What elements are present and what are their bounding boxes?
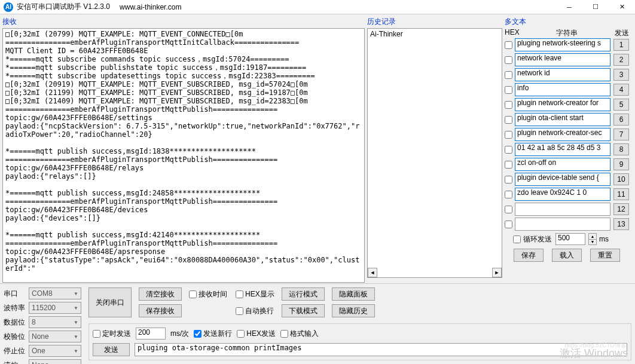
multi-row: network id3	[505, 68, 629, 81]
multi-send-button[interactable]: 4	[613, 84, 629, 96]
multi-text-input[interactable]: info	[515, 83, 610, 96]
multi-send-button[interactable]: 10	[613, 173, 629, 185]
multi-send-button[interactable]: 8	[613, 143, 629, 155]
multi-hex-checkbox[interactable]	[505, 86, 512, 94]
recv-time-checkbox[interactable]	[189, 290, 197, 298]
multi-row: 12	[505, 203, 629, 216]
multi-hex-checkbox[interactable]	[505, 146, 512, 154]
timed-interval-input[interactable]: 200	[136, 328, 166, 339]
multi-hex-checkbox[interactable]	[505, 71, 512, 79]
send-header: 发送	[611, 28, 629, 38]
multi-send-button[interactable]: 6	[613, 114, 629, 126]
multi-row: zcl on-off on9	[505, 158, 629, 171]
multi-text-input[interactable]: plugin device-table send {	[515, 173, 610, 186]
serial-port-select[interactable]: COM8▼	[29, 287, 81, 299]
multi-row: 13	[505, 218, 629, 231]
multi-hex-checkbox[interactable]	[505, 116, 512, 124]
multi-hex-checkbox[interactable]	[505, 131, 512, 139]
multi-text-input[interactable]	[515, 218, 610, 231]
multi-text-input[interactable]	[515, 203, 610, 216]
history-list[interactable]: Ai-Thinker ◄ ►	[367, 28, 502, 278]
serial-label: 串口	[4, 289, 29, 299]
multi-hex-checkbox[interactable]	[505, 176, 512, 183]
multi-hex-checkbox[interactable]	[505, 221, 512, 228]
databits-select[interactable]: 8▼	[29, 316, 81, 328]
multi-row: plugin ota-client start6	[505, 113, 629, 126]
multi-text-input[interactable]: network leave	[515, 53, 610, 66]
multi-send-button[interactable]: 1	[613, 39, 629, 51]
multi-row: 01 42 a1 a8 5c 28 45 d5 38	[505, 143, 629, 156]
close-port-button[interactable]: 关闭串口	[88, 287, 132, 317]
scroll-right-icon[interactable]: ►	[492, 268, 502, 277]
multi-hex-checkbox[interactable]	[505, 41, 512, 49]
multi-text-input[interactable]: plugin network-creator-sec	[515, 128, 610, 141]
multi-hex-checkbox[interactable]	[505, 191, 512, 198]
multi-row: pluging network-steering s1	[505, 38, 629, 51]
multi-text-input[interactable]: pluging network-steering s	[515, 38, 610, 51]
multi-hex-checkbox[interactable]	[505, 56, 512, 64]
minimize-button[interactable]: ─	[556, 0, 582, 14]
string-header: 字符串	[523, 28, 611, 38]
loop-send-checkbox[interactable]	[513, 235, 521, 243]
clear-recv-button[interactable]: 清空接收	[139, 287, 182, 301]
baud-select[interactable]: 115200▼	[29, 302, 81, 314]
format-input-checkbox[interactable]	[280, 330, 288, 338]
multi-hex-checkbox[interactable]	[505, 161, 512, 169]
flow-label: 流控	[4, 360, 29, 365]
hide-panel-button[interactable]: 隐藏面板	[332, 287, 375, 301]
load-button[interactable]: 载入	[552, 249, 582, 262]
baud-label: 波特率	[4, 303, 29, 313]
multi-text-input[interactable]: plugin ota-client start	[515, 113, 610, 126]
multi-row: info4	[505, 83, 629, 96]
multi-send-button[interactable]: 13	[613, 218, 629, 230]
loop-interval-input[interactable]: 500	[555, 233, 585, 245]
multi-text-input[interactable]: network id	[515, 68, 610, 81]
download-mode-button[interactable]: 下载模式	[282, 304, 325, 317]
multi-text-input[interactable]: 01 42 a1 a8 5c 28 45 d5 3	[515, 143, 610, 156]
parity-select[interactable]: None▼	[29, 331, 81, 342]
history-label: 历史记录	[367, 17, 502, 27]
send-newline-checkbox[interactable]	[194, 330, 202, 338]
databits-label: 数据位	[4, 317, 29, 328]
window-title: 安信可串口调试助手 V1.2.3.0	[17, 2, 110, 12]
run-mode-button[interactable]: 运行模式	[282, 287, 325, 301]
multi-text-input[interactable]: zcl on-off on	[515, 158, 610, 171]
multi-send-button[interactable]: 5	[613, 99, 629, 111]
maximize-button[interactable]: ☐	[582, 0, 609, 14]
receive-textarea[interactable]: □[0;32mI (20799) MQTT_EXAMPLE: MQTT_EVEN…	[2, 28, 365, 283]
multi-send-button[interactable]: 12	[613, 203, 629, 215]
multi-row: network leave2	[505, 53, 629, 66]
titlebar: AI 安信可串口调试助手 V1.2.3.0 www.ai-thinker.com…	[0, 0, 635, 14]
multi-row: plugin network-creator-sec7	[505, 128, 629, 141]
multi-row: plugin network-creator for5	[505, 98, 629, 111]
reset-button[interactable]: 重置	[590, 249, 620, 262]
hex-send-checkbox[interactable]	[237, 330, 245, 338]
hex-disp-checkbox[interactable]	[236, 290, 243, 298]
multi-send-button[interactable]: 11	[613, 188, 629, 200]
save-button[interactable]: 保存	[514, 249, 544, 262]
stopbits-select[interactable]: One▼	[29, 345, 81, 357]
multi-send-button[interactable]: 3	[613, 69, 629, 81]
history-item[interactable]: Ai-Thinker	[370, 30, 499, 38]
multi-send-button[interactable]: 2	[613, 54, 629, 66]
scroll-left-icon[interactable]: ◄	[368, 268, 377, 277]
multi-send-button[interactable]: 9	[613, 158, 629, 170]
auto-wrap-checkbox[interactable]	[236, 307, 243, 315]
parity-label: 校验位	[4, 332, 29, 342]
ms-label: ms	[599, 235, 609, 243]
timed-send-checkbox[interactable]	[93, 330, 100, 338]
save-recv-button[interactable]: 保存接收	[139, 304, 182, 317]
flow-select[interactable]: None▼	[29, 359, 81, 364]
hex-header: HEX	[505, 28, 523, 38]
multi-send-button[interactable]: 7	[613, 129, 629, 140]
multi-text-input[interactable]: plugin network-creator for	[515, 98, 610, 111]
multi-hex-checkbox[interactable]	[505, 101, 512, 109]
loop-spinner[interactable]: ▲▼	[588, 233, 597, 245]
multi-row: plugin device-table send {10	[505, 173, 629, 186]
hide-history-button[interactable]: 隐藏历史	[332, 304, 375, 317]
close-button[interactable]: ✕	[609, 0, 635, 14]
send-button[interactable]: 发送	[93, 343, 130, 356]
multi-text-input[interactable]: zdo leave 0x924C 1 0	[515, 188, 610, 201]
multi-hex-checkbox[interactable]	[505, 206, 512, 213]
send-input[interactable]: pluging ota-storage-common printImages	[135, 343, 627, 356]
